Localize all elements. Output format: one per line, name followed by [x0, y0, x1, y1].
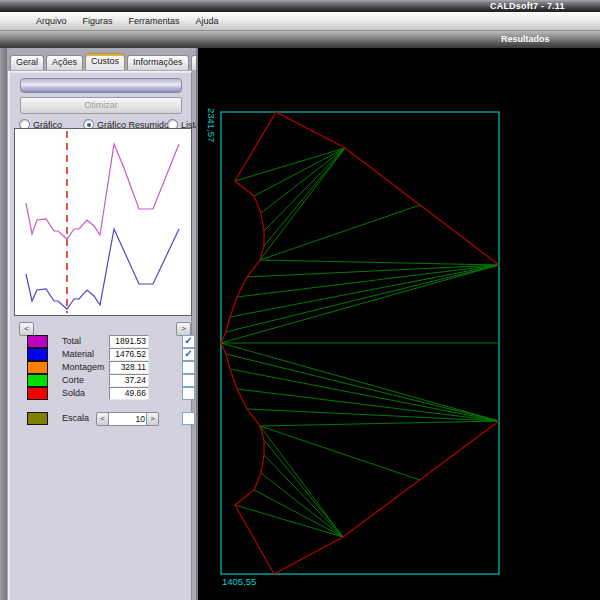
bend-line: [260, 260, 499, 265]
cost-chart-svg: [15, 129, 191, 315]
series-checkbox[interactable]: ✓: [182, 335, 195, 348]
bend-line: [237, 389, 499, 421]
tab-custos[interactable]: Custos: [85, 53, 125, 70]
bend-line: [230, 369, 499, 421]
results-header: Resultados: [0, 31, 600, 49]
bend-line: [264, 440, 343, 537]
legend-row-solda: Solda49.66: [9, 387, 191, 399]
bend-line: [230, 265, 499, 317]
legend-row-corte: Corte37.24: [9, 374, 191, 386]
progress-bar: [20, 78, 182, 93]
scale-color-swatch: [27, 412, 48, 425]
color-swatch: [27, 335, 48, 348]
color-swatch: [27, 361, 48, 374]
bend-line: [254, 148, 345, 196]
optimize-button[interactable]: Otimizar: [20, 97, 182, 114]
color-swatch: [27, 348, 48, 361]
scale-value-field[interactable]: 10: [108, 412, 148, 426]
app-window: CALDsoft7 - 7.11 ArquivoFigurasFerrament…: [0, 0, 600, 600]
series-checkbox[interactable]: ✓: [182, 348, 195, 361]
legend-label: Solda: [62, 388, 85, 398]
bend-line: [260, 421, 499, 426]
chart-scroll-left-button[interactable]: <: [19, 322, 34, 336]
bend-line: [237, 265, 499, 297]
outline-top-right: [276, 112, 499, 265]
menu-item-arquivo[interactable]: Arquivo: [36, 16, 67, 26]
costs-group-box: Otimizar GráficoGráfico ResumidoLista < …: [8, 71, 192, 600]
legend-row-montagem: Montagem328.11: [9, 361, 191, 373]
scale-row: Escala < 10 >: [9, 412, 191, 424]
cost-value-field[interactable]: 37.24: [109, 374, 149, 387]
color-swatch: [27, 387, 48, 400]
series-checkbox[interactable]: [182, 387, 195, 400]
menu-item-ferramentas[interactable]: Ferramentas: [129, 16, 180, 26]
legend-row-total: Total1891.53✓: [9, 335, 191, 347]
scale-label: Escala: [62, 413, 89, 423]
menu-bar: ArquivoFigurasFerramentasAjuda: [0, 12, 600, 31]
window-frame: [0, 48, 7, 600]
series-checkbox[interactable]: [182, 374, 195, 387]
tab-informacoes[interactable]: Informações: [127, 55, 189, 70]
results-title: Resultados: [501, 34, 550, 44]
cost-chart: [14, 128, 192, 316]
development-drawing: 2341,571405,55: [198, 48, 600, 600]
menu-item-ajuda[interactable]: Ajuda: [196, 16, 219, 26]
cost-value-field[interactable]: 49.66: [109, 387, 149, 400]
tab-geral[interactable]: Geral: [10, 55, 44, 70]
legend-label: Material: [62, 349, 94, 359]
chart-series-total: [26, 144, 179, 239]
cost-value-field[interactable]: 1891.53: [109, 335, 149, 348]
chart-mode-radios: GráficoGráfico ResumidoLista: [13, 115, 189, 128]
scale-increment-button[interactable]: >: [146, 412, 159, 426]
legend-label: Montagem: [62, 362, 105, 372]
bend-line: [235, 505, 343, 537]
bend-line: [254, 490, 343, 537]
chart-scroll-right-button[interactable]: >: [176, 322, 191, 336]
drawing-canvas[interactable]: 2341,571405,55: [196, 48, 600, 600]
bend-line: [264, 148, 345, 246]
color-swatch: [27, 374, 48, 387]
bend-line: [226, 354, 499, 421]
cost-value-field[interactable]: 1476.52: [109, 348, 149, 361]
bend-line: [260, 426, 420, 480]
legend-row-material: Material1476.52✓: [9, 348, 191, 360]
legend-label: Corte: [62, 375, 84, 385]
sheet-height-label: 2341,57: [206, 108, 217, 142]
bend-line: [264, 455, 343, 537]
legend-label: Total: [62, 336, 81, 346]
tab-acoes[interactable]: Ações: [46, 55, 83, 70]
sheet-width-label: 1405,55: [222, 576, 256, 587]
window-title: CALDsoft7 - 7.11: [490, 1, 565, 11]
cost-value-field[interactable]: 328.11: [109, 361, 149, 374]
scale-checkbox[interactable]: [182, 412, 195, 425]
chart-series-material: [26, 229, 179, 309]
menu-item-figuras[interactable]: Figuras: [83, 16, 113, 26]
outline-bottom-right: [274, 421, 499, 574]
series-checkbox[interactable]: [182, 361, 195, 374]
side-panel: GeralAçõesCustosInformaçõesOpções Otimiz…: [0, 48, 196, 600]
bend-line: [226, 265, 499, 332]
bend-line: [260, 205, 420, 260]
